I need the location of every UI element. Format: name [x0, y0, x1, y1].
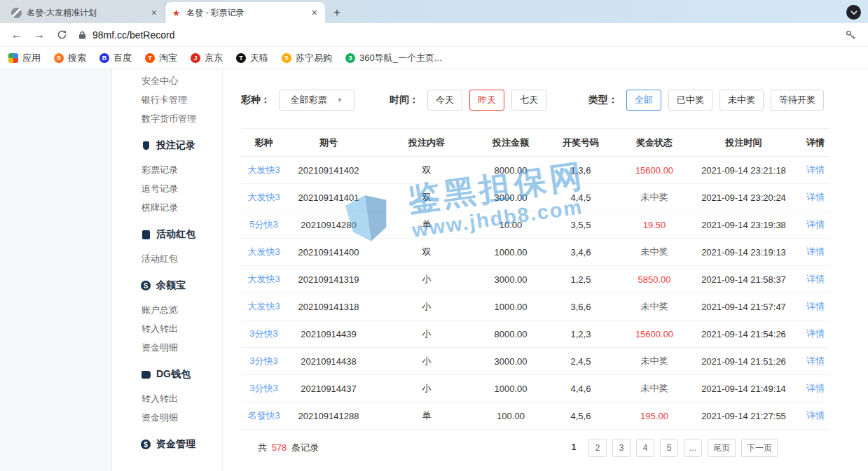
- type-filter-button[interactable]: 未中奖: [719, 90, 764, 111]
- sidebar-item[interactable]: 棋牌记录: [112, 198, 222, 217]
- page-button[interactable]: 2: [588, 439, 607, 457]
- lottery-name-link[interactable]: 名發快3: [241, 409, 287, 422]
- bookmark-item[interactable]: 淘宝: [145, 52, 177, 64]
- lottery-name-link[interactable]: 大发快3: [241, 164, 287, 176]
- sidebar-item[interactable]: 转入转出: [112, 319, 222, 338]
- sidebar-item[interactable]: 余额宝: [112, 275, 222, 296]
- table-header-cell: 开奖号码: [539, 136, 623, 149]
- bet-amount: 10.00: [483, 220, 539, 230]
- time-filter-button[interactable]: 今天: [427, 90, 462, 111]
- address-bar[interactable]: 98mf.cc/betRecord: [78, 29, 841, 41]
- page-button[interactable]: 下一页: [741, 439, 778, 457]
- tab-close-icon[interactable]: ×: [310, 7, 319, 18]
- forward-button[interactable]: →: [31, 27, 48, 43]
- sidebar-item[interactable]: 资金管理: [112, 434, 222, 455]
- lottery-filter-label: 彩种：: [241, 94, 270, 106]
- bet-time: 2021-09-14 21:54:26: [686, 329, 801, 339]
- bookmark-item[interactable]: 百度: [99, 52, 132, 64]
- key-icon[interactable]: [841, 27, 860, 43]
- sidebar-item[interactable]: 安全中心: [112, 71, 222, 90]
- bookmark-favicon: [191, 53, 200, 63]
- time-filter-button[interactable]: 七天: [511, 90, 546, 111]
- draw-numbers: 4,5,6: [539, 411, 623, 421]
- draw-numbers: 1,2,5: [539, 274, 623, 285]
- sidebar-item[interactable]: 投注记录: [112, 135, 222, 156]
- table-row: 名發快3 202109141288 单 100.00 4,5,6 195.00 …: [241, 402, 829, 430]
- sidebar-item[interactable]: DG钱包: [112, 364, 222, 385]
- bet-content: 小: [371, 273, 483, 286]
- bookmark-favicon: [282, 53, 291, 63]
- tab-close-icon[interactable]: ×: [149, 7, 159, 18]
- lottery-name-link[interactable]: 大发快3: [241, 191, 287, 204]
- lottery-name-link[interactable]: 3分快3: [241, 355, 287, 367]
- lottery-select[interactable]: 全部彩票 ▼: [279, 90, 354, 111]
- draw-numbers: 1,2,3: [539, 329, 623, 339]
- sidebar-item[interactable]: 数字货币管理: [112, 109, 222, 128]
- detail-link[interactable]: 详情: [801, 191, 829, 204]
- page-button[interactable]: 尾页: [708, 439, 736, 457]
- sidebar-item[interactable]: 彩票记录: [112, 160, 222, 179]
- lottery-name-link[interactable]: 3分快3: [241, 382, 287, 395]
- page-button[interactable]: 4: [636, 439, 654, 457]
- tab-strip: 名發-大发精准计划 × 名發 - 彩票记录 × +: [0, 0, 868, 23]
- lottery-name-link[interactable]: 3分快3: [241, 328, 287, 340]
- bet-content: 双: [371, 164, 483, 176]
- lock-icon: [78, 30, 86, 40]
- bookmark-item[interactable]: 天猫: [236, 52, 268, 64]
- browser-menu-button[interactable]: [846, 5, 861, 20]
- bet-time: 2021-09-14 23:21:18: [686, 165, 801, 176]
- bookmark-item[interactable]: 搜索: [54, 52, 86, 64]
- lottery-name-link[interactable]: 大发快3: [241, 300, 287, 313]
- sidebar-item[interactable]: 资金明细: [112, 408, 222, 427]
- bet-content: 小: [371, 355, 483, 367]
- sidebar-item[interactable]: 资金明细: [112, 338, 222, 357]
- detail-link[interactable]: 详情: [801, 164, 829, 176]
- bookmark-label: 苏宁易购: [296, 52, 332, 64]
- detail-link[interactable]: 详情: [801, 355, 829, 367]
- bookmark-item[interactable]: 京东: [191, 52, 223, 64]
- detail-link[interactable]: 详情: [801, 382, 829, 395]
- bookmark-item[interactable]: 360导航_一个主页...: [345, 52, 442, 64]
- sidebar-item-label: 银行卡管理: [142, 94, 187, 106]
- bookmark-favicon: [345, 53, 355, 63]
- pagination-bar: 共 578 条记录 1 2 3 4 5: [241, 430, 829, 466]
- new-tab-button[interactable]: +: [328, 4, 346, 21]
- type-filter-button[interactable]: 全部: [626, 90, 661, 111]
- browser-tab[interactable]: 名發 - 彩票记录 ×: [165, 2, 325, 23]
- detail-link[interactable]: 详情: [801, 300, 829, 313]
- detail-link[interactable]: 详情: [801, 328, 829, 340]
- page-button[interactable]: 1: [565, 439, 583, 457]
- type-filter-button[interactable]: 已中奖: [668, 90, 712, 111]
- sidebar-item[interactable]: 活动红包: [112, 224, 222, 245]
- reload-button[interactable]: [53, 27, 70, 43]
- address-toolbar: ← → 98mf.cc/betRecord: [0, 23, 868, 47]
- bookmark-item[interactable]: 苏宁易购: [282, 52, 332, 64]
- type-filter-button[interactable]: 等待开奖: [771, 90, 824, 111]
- bookmark-label: 天猫: [250, 52, 268, 64]
- sidebar-item[interactable]: 转入转出: [112, 389, 222, 408]
- sidebar-item[interactable]: 银行卡管理: [112, 90, 222, 109]
- page-button[interactable]: 5: [660, 439, 678, 457]
- bookmark-item[interactable]: 应用: [8, 52, 41, 64]
- detail-link[interactable]: 详情: [801, 218, 829, 231]
- page-button[interactable]: 3: [612, 439, 631, 457]
- bet-amount: 1000.00: [483, 247, 539, 258]
- bookmark-label: 淘宝: [159, 52, 177, 64]
- type-filter-group: 全部 已中奖 未中奖 等待开奖: [626, 90, 831, 111]
- table-header-cell: 投注金额: [483, 136, 539, 149]
- back-button[interactable]: ←: [8, 27, 25, 43]
- lottery-name-link[interactable]: 大发快3: [241, 246, 287, 258]
- lottery-name-link[interactable]: 大发快3: [241, 273, 287, 286]
- lottery-name-link[interactable]: 5分快3: [241, 218, 287, 231]
- detail-link[interactable]: 详情: [801, 409, 829, 422]
- sidebar-item[interactable]: 账户总览: [112, 300, 222, 319]
- detail-link[interactable]: 详情: [801, 246, 829, 258]
- detail-link[interactable]: 详情: [801, 273, 829, 286]
- sidebar-item[interactable]: 追号记录: [112, 179, 222, 198]
- bookmark-label: 应用: [22, 52, 41, 64]
- sidebar-item[interactable]: 活动红包: [112, 249, 222, 268]
- browser-tab[interactable]: 名發-大发精准计划 ×: [6, 2, 165, 23]
- page-button[interactable]: ...: [684, 439, 702, 457]
- time-filter-button[interactable]: 昨天: [469, 90, 504, 111]
- bet-amount: 3000.00: [483, 274, 539, 285]
